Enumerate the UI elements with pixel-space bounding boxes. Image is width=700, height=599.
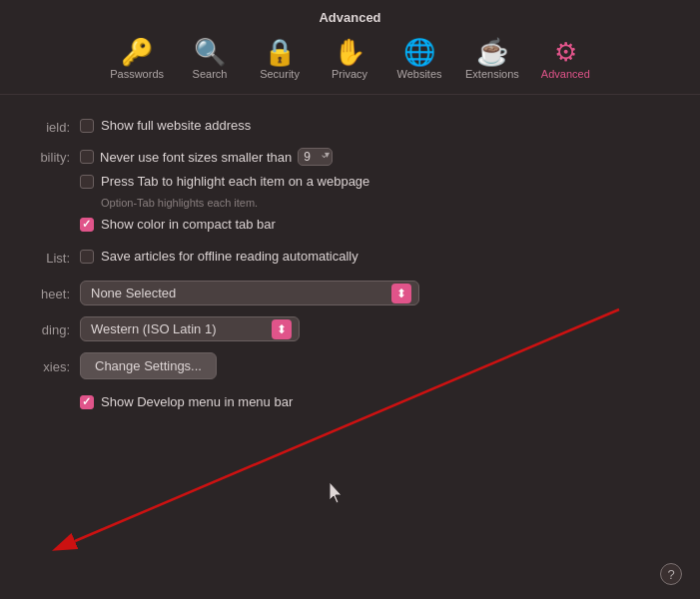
press-tab-checkbox[interactable] (80, 175, 94, 189)
tab-passwords[interactable]: 🔑 Passwords (100, 35, 174, 84)
style-sheet-select[interactable]: None Selected (80, 281, 419, 305)
smart-search-row: ield: Show full website address (0, 113, 700, 142)
show-color-label: Show color in compact tab bar (101, 217, 276, 232)
tab-websites[interactable]: 🌐 Websites (385, 35, 453, 84)
save-articles-wrap: Save articles for offline reading automa… (80, 249, 358, 264)
develop-menu-label: Show Develop menu in menu bar (101, 394, 293, 409)
save-articles-checkbox[interactable] (80, 250, 94, 264)
change-settings-button[interactable]: Change Settings... (80, 352, 217, 379)
tab-extensions[interactable]: ☕ Extensions (455, 35, 529, 84)
reading-list-content: Save articles for offline reading automa… (80, 249, 680, 268)
tab-websites-label: Websites (396, 68, 441, 80)
help-button[interactable]: ? (660, 563, 682, 585)
tab-security-label: Security (260, 68, 300, 80)
tab-search[interactable]: 🔍 Search (176, 35, 244, 84)
develop-menu-wrap: Show Develop menu in menu bar (80, 394, 293, 409)
websites-icon: 🌐 (403, 39, 435, 65)
develop-menu-checkbox[interactable] (80, 395, 94, 409)
search-icon: 🔍 (194, 39, 226, 65)
encoding-select[interactable]: Western (ISO Latin 1) (80, 316, 300, 341)
develop-menu-row: Show Develop menu in menu bar (0, 384, 700, 418)
show-color-checkbox[interactable] (80, 218, 94, 232)
save-articles-label: Save articles for offline reading automa… (101, 249, 358, 264)
reading-list-label: List: (0, 249, 80, 266)
develop-menu-content: Show Develop menu in menu bar (80, 394, 680, 413)
window-title: Advanced (0, 0, 700, 31)
press-tab-wrap: Press Tab to highlight each item on a we… (80, 174, 369, 189)
option-tab-hint: Option-Tab highlights each item. (101, 197, 700, 209)
font-size-select-wrap[interactable]: 9101214 ▾ (298, 148, 333, 166)
style-sheet-row: heet: None Selected ⬍ (0, 273, 700, 310)
security-icon: 🔒 (264, 39, 296, 65)
advanced-icon: ⚙ (554, 39, 577, 65)
accessibility-row: bility: Never use font sizes smaller tha… (0, 142, 700, 241)
never-use-font-wrap: Never use font sizes smaller than 910121… (80, 148, 333, 166)
proxies-label: xies: (0, 357, 80, 374)
reading-list-row: List: Save articles for offline reading … (0, 241, 700, 273)
style-sheet-select-wrap[interactable]: None Selected ⬍ (80, 281, 419, 305)
tab-privacy[interactable]: ✋ Privacy (316, 35, 383, 84)
passwords-icon: 🔑 (121, 39, 153, 65)
accessibility-label: bility: (0, 148, 80, 165)
style-sheet-label: heet: (0, 285, 80, 301)
show-color-wrap: Show color in compact tab bar (80, 217, 276, 232)
tab-search-label: Search (193, 68, 228, 80)
show-full-address-label: Show full website address (101, 118, 251, 133)
encoding-select-wrap[interactable]: Western (ISO Latin 1) ⬍ (80, 316, 300, 341)
tab-advanced[interactable]: ⚙ Advanced (531, 35, 600, 84)
show-full-address-checkbox[interactable] (80, 119, 94, 133)
tab-security[interactable]: 🔒 Security (246, 35, 314, 84)
encoding-label: ding: (0, 320, 80, 337)
tab-privacy-label: Privacy (332, 68, 367, 80)
svg-marker-2 (330, 482, 342, 503)
never-use-font-checkbox[interactable] (80, 150, 94, 164)
cursor-indicator (330, 482, 346, 504)
smart-search-content: Show full website address (80, 118, 680, 137)
press-tab-label: Press Tab to highlight each item on a we… (101, 174, 369, 189)
smart-search-label: ield: (0, 118, 80, 135)
extensions-icon: ☕ (476, 39, 508, 65)
tab-extensions-label: Extensions (465, 68, 519, 80)
toolbar: 🔑 Passwords 🔍 Search 🔒 Security ✋ Privac… (0, 31, 700, 95)
tab-passwords-label: Passwords (110, 68, 164, 80)
show-full-address-wrap: Show full website address (80, 118, 251, 133)
settings-panel: ield: Show full website address bility: … (0, 95, 700, 418)
develop-menu-label-prefix (0, 394, 80, 396)
never-use-font-label: Never use font sizes smaller than (100, 150, 292, 165)
encoding-row: ding: Western (ISO Latin 1) ⬍ (0, 310, 700, 346)
tab-advanced-label: Advanced (541, 68, 590, 80)
privacy-icon: ✋ (334, 39, 365, 65)
font-size-select[interactable]: 9101214 (298, 148, 333, 166)
proxies-row: xies: Change Settings... (0, 346, 700, 384)
accessibility-content: Never use font sizes smaller than 910121… (80, 148, 680, 236)
